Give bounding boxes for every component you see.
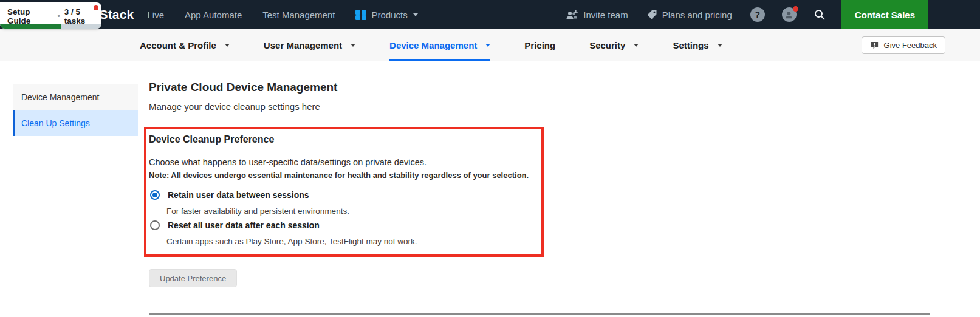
topnav-right: Invite team Plans and pricing ? bbox=[565, 0, 980, 29]
section-heading: Device Cleanup Preference bbox=[149, 134, 274, 145]
chevron-down-icon bbox=[413, 13, 418, 16]
plans-pricing-button[interactable]: Plans and pricing bbox=[646, 9, 732, 20]
chevron-down-icon bbox=[351, 44, 355, 47]
setup-guide-card[interactable]: Setup Guide • 3 / 5 tasks bbox=[0, 2, 101, 29]
page-title: Private Cloud Device Management bbox=[149, 81, 337, 94]
tab-label: Pricing bbox=[524, 40, 555, 50]
products-grid-icon bbox=[355, 10, 366, 20]
update-preference-button[interactable]: Update Preference bbox=[149, 269, 237, 287]
notification-dot bbox=[94, 5, 98, 10]
radio-option-description: Certain apps such as Play Store, App Sto… bbox=[166, 237, 417, 246]
tab-label: User Management bbox=[264, 40, 342, 50]
section-note: Note: All devices undergo essential main… bbox=[149, 171, 529, 180]
tab-pricing[interactable]: Pricing bbox=[524, 29, 555, 61]
products-menu[interactable]: Products bbox=[355, 10, 417, 20]
chevron-down-icon bbox=[634, 44, 639, 47]
feedback-icon bbox=[870, 41, 879, 50]
subnav-items: Account & Profile User Management Device… bbox=[140, 29, 722, 61]
price-tag-icon bbox=[646, 9, 657, 20]
setup-progress-fill bbox=[0, 24, 61, 29]
radio-option-retain-user-data[interactable]: Retain user data between sessions bbox=[150, 190, 309, 200]
topnav-links: Live App Automate Test Management bbox=[147, 10, 335, 20]
device-cleanup-preference-section: Device Cleanup Preference Choose what ha… bbox=[144, 127, 544, 257]
section-divider bbox=[149, 313, 930, 315]
tab-user-management[interactable]: User Management bbox=[264, 29, 355, 61]
radio-option-description: For faster availability and persistent e… bbox=[166, 206, 349, 216]
notification-dot bbox=[793, 6, 798, 12]
help-icon: ? bbox=[755, 10, 761, 19]
search-icon bbox=[814, 9, 826, 21]
products-label: Products bbox=[371, 10, 407, 20]
tab-label: Account & Profile bbox=[140, 40, 216, 50]
contact-sales-button[interactable]: Contact Sales bbox=[841, 0, 928, 29]
plans-pricing-label: Plans and pricing bbox=[662, 10, 732, 20]
tab-label: Security bbox=[589, 40, 625, 50]
tab-label: Settings bbox=[673, 40, 708, 50]
give-feedback-button[interactable]: Give Feedback bbox=[862, 36, 945, 54]
nav-link-test-management[interactable]: Test Management bbox=[262, 10, 335, 20]
tab-device-management[interactable]: Device Management bbox=[389, 29, 490, 61]
radio-label: Retain user data between sessions bbox=[168, 190, 309, 200]
nav-link-live[interactable]: Live bbox=[147, 10, 164, 20]
radio-label: Reset all user data after each session bbox=[168, 220, 320, 230]
page-subtitle: Manage your device cleanup settings here bbox=[149, 101, 320, 112]
account-menu[interactable] bbox=[782, 7, 797, 22]
tab-settings[interactable]: Settings bbox=[673, 29, 722, 61]
chevron-down-icon bbox=[485, 44, 490, 47]
invite-team-button[interactable]: Invite team bbox=[565, 10, 628, 20]
sidebar-item-clean-up-settings[interactable]: Clean Up Settings bbox=[13, 110, 138, 136]
radio-selected-icon[interactable] bbox=[150, 190, 160, 200]
separator-dot: • bbox=[58, 12, 60, 21]
tab-account-profile[interactable]: Account & Profile bbox=[140, 29, 230, 61]
chevron-down-icon bbox=[225, 44, 230, 47]
radio-option-reset-user-data[interactable]: Reset all user data after each session bbox=[150, 220, 320, 230]
setup-progress-bar bbox=[0, 24, 101, 29]
search-button[interactable] bbox=[814, 9, 826, 21]
section-description: Choose what happens to user-specific dat… bbox=[149, 157, 427, 167]
nav-link-app-automate[interactable]: App Automate bbox=[185, 10, 242, 20]
radio-unselected-icon[interactable] bbox=[150, 220, 160, 230]
help-button[interactable]: ? bbox=[750, 7, 765, 22]
tab-label: Device Management bbox=[389, 40, 477, 50]
tab-security[interactable]: Security bbox=[589, 29, 639, 61]
secondary-navbar: Account & Profile User Management Device… bbox=[0, 29, 980, 61]
top-navbar: BrowserStack Live App Automate Test Mana… bbox=[0, 0, 980, 29]
give-feedback-label: Give Feedback bbox=[884, 41, 937, 50]
sidebar-item-device-management[interactable]: Device Management bbox=[13, 84, 138, 110]
setup-guide-title: Setup Guide bbox=[7, 7, 53, 26]
invite-team-icon bbox=[565, 10, 578, 20]
invite-team-label: Invite team bbox=[583, 10, 628, 20]
chevron-down-icon bbox=[718, 44, 722, 47]
settings-sidebar: Device Management Clean Up Settings bbox=[13, 84, 138, 136]
